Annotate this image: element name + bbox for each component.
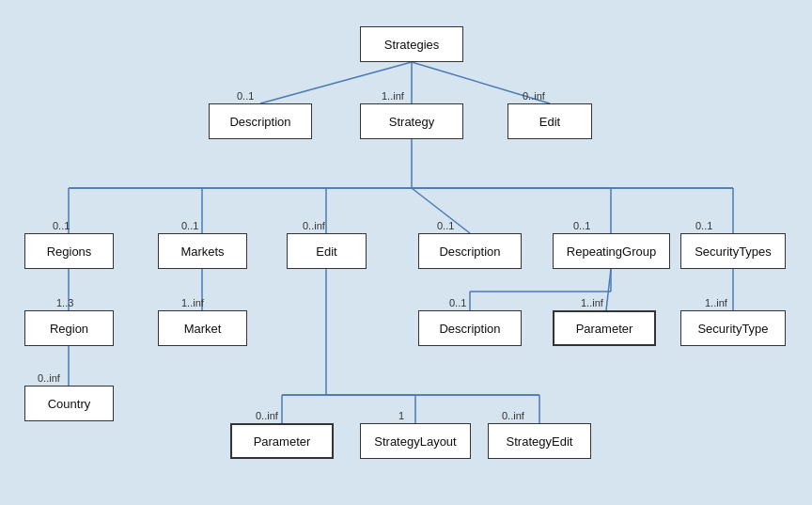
- node-strategies: Strategies: [360, 26, 463, 62]
- mult-1: 1..inf: [382, 90, 404, 102]
- mult-15: 0..inf: [256, 410, 278, 421]
- svg-line-20: [606, 269, 611, 310]
- mult-11: 0..1: [449, 297, 466, 308]
- node-description2: Description: [418, 233, 522, 269]
- node-strategyedit: StrategyEdit: [488, 423, 591, 459]
- mult-0: 0..1: [237, 90, 254, 102]
- node-edit2: Edit: [287, 233, 367, 269]
- node-description3: Description: [418, 310, 522, 346]
- node-edit1: Edit: [508, 103, 592, 139]
- mult-3: 0..1: [53, 220, 70, 231]
- mult-12: 1..inf: [581, 297, 603, 308]
- node-securitytype: SecurityType: [680, 310, 786, 346]
- node-region: Region: [24, 310, 114, 346]
- node-parameter2: Parameter: [230, 423, 334, 459]
- mult-16: 1: [398, 410, 404, 421]
- mult-5: 0..inf: [303, 220, 325, 231]
- node-country: Country: [24, 386, 114, 421]
- mult-6: 0..1: [437, 220, 454, 231]
- diagram: Strategies Description Strategy Edit Reg…: [0, 0, 812, 505]
- mult-14: 0..inf: [38, 372, 60, 384]
- mult-13: 1..inf: [705, 297, 727, 308]
- node-parameter1: Parameter: [553, 310, 656, 346]
- mult-10: 1..inf: [181, 297, 204, 308]
- node-repeatinggroup: RepeatingGroup: [553, 233, 670, 269]
- node-market: Market: [158, 310, 247, 346]
- node-securitytypes: SecurityTypes: [680, 233, 786, 269]
- mult-9: 1..3: [56, 297, 73, 308]
- mult-8: 0..1: [695, 220, 712, 231]
- node-strategylayout: StrategyLayout: [360, 423, 471, 459]
- mult-17: 0..inf: [502, 410, 524, 421]
- mult-7: 0..1: [573, 220, 590, 231]
- mult-2: 0..inf: [523, 90, 545, 102]
- node-description1: Description: [209, 103, 312, 139]
- node-strategy: Strategy: [360, 103, 463, 139]
- node-regions: Regions: [24, 233, 114, 269]
- mult-4: 0..1: [181, 220, 198, 231]
- node-markets: Markets: [158, 233, 247, 269]
